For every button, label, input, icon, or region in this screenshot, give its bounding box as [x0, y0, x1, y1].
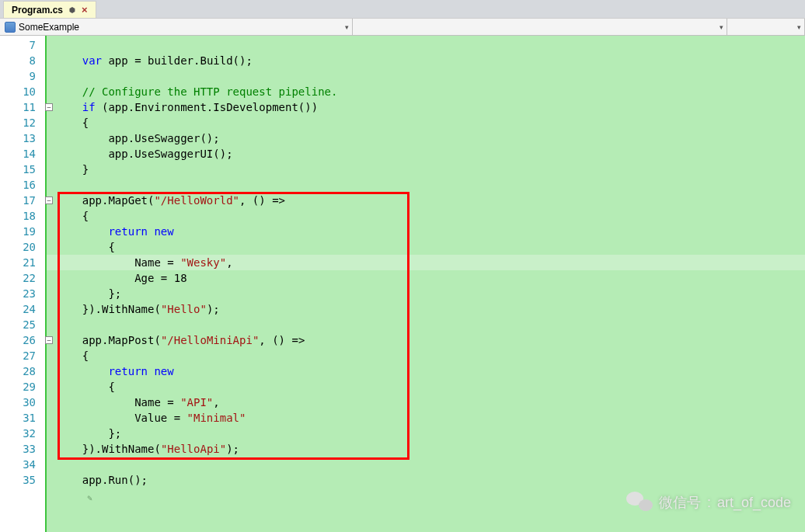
line-number: 18 — [0, 208, 36, 224]
code-line[interactable] — [47, 37, 805, 53]
breadcrumb-member[interactable]: ▾ — [353, 19, 727, 35]
code-line[interactable]: { — [47, 115, 805, 130]
code-line[interactable]: }).WithName("Hello"); — [47, 301, 805, 317]
file-tab[interactable]: Program.cs ⬢ × — [3, 1, 96, 18]
code-line[interactable]: app.UseSwagger(); — [47, 130, 805, 146]
code-line[interactable]: − if (app.Environment.IsDevelopment()) — [47, 99, 805, 115]
line-number: 34 — [0, 457, 36, 472]
tab-title: Program.cs — [12, 5, 63, 16]
code-line[interactable]: Name = "API", — [47, 395, 805, 410]
breadcrumb-extra[interactable]: ▾ — [727, 19, 805, 35]
code-line[interactable]: app.UseSwaggerUI(); — [47, 146, 805, 162]
code-area[interactable]: var app = builder.Build(); // Configure … — [47, 36, 805, 532]
code-line[interactable] — [47, 68, 805, 84]
breadcrumb-namespace-label: SomeExample — [19, 22, 79, 33]
chevron-down-icon[interactable]: ▾ — [720, 23, 723, 31]
watermark-label: 微信号 — [659, 493, 701, 512]
line-number: 10 — [0, 84, 36, 99]
watermark-handle: art_of_code — [717, 495, 791, 511]
line-number: 12 — [0, 115, 36, 130]
chevron-down-icon[interactable]: ▾ — [345, 23, 349, 31]
code-line[interactable]: − app.MapGet("/HelloWorld", () => — [47, 193, 805, 208]
code-line[interactable]: return new — [47, 363, 805, 379]
breadcrumb-namespace[interactable]: SomeExample ▾ — [0, 19, 353, 35]
code-line[interactable]: { — [47, 348, 805, 363]
code-line[interactable] — [47, 457, 805, 472]
chevron-down-icon[interactable]: ▾ — [797, 23, 801, 31]
fold-icon[interactable]: − — [45, 196, 53, 204]
fold-icon[interactable]: − — [45, 336, 53, 344]
code-editor[interactable]: 7891011121314151617181920212223242526272… — [0, 36, 805, 532]
line-number: 13 — [0, 130, 36, 146]
code-line[interactable]: // Configure the HTTP request pipeline. — [47, 84, 805, 99]
bookmark-icon: ✎ — [87, 491, 92, 506]
line-number: 30 — [0, 395, 36, 410]
code-line[interactable]: }; — [47, 426, 805, 441]
csharp-icon — [5, 22, 16, 33]
code-line[interactable]: app.Run(); — [47, 472, 805, 488]
line-number: 21 — [0, 255, 36, 270]
watermark: 微信号: art_of_code — [626, 492, 791, 513]
code-line[interactable]: return new — [47, 224, 805, 239]
code-line[interactable]: } — [47, 162, 805, 177]
line-number: 29 — [0, 379, 36, 395]
code-line[interactable]: Value = "Minimal" — [47, 410, 805, 426]
fold-icon[interactable]: − — [45, 103, 53, 111]
tab-bar: Program.cs ⬢ × — [0, 0, 805, 19]
line-number: 23 — [0, 286, 36, 301]
line-number: 7 — [0, 37, 36, 53]
line-number: 28 — [0, 363, 36, 379]
line-number: 16 — [0, 177, 36, 193]
line-number: 31 — [0, 410, 36, 426]
line-number: 20 — [0, 239, 36, 255]
code-line[interactable]: }).WithName("HelloApi"); — [47, 441, 805, 457]
code-line[interactable]: Age = 18 — [47, 270, 805, 286]
line-number: 35 — [0, 472, 36, 488]
pin-icon[interactable]: ⬢ — [69, 6, 75, 14]
code-line-current[interactable]: ✎ Name = "Wesky", — [47, 255, 805, 270]
code-line[interactable] — [47, 177, 805, 193]
line-number: 15 — [0, 162, 36, 177]
code-line[interactable]: { — [47, 239, 805, 255]
code-line[interactable] — [47, 317, 805, 332]
line-number: 11 — [0, 99, 36, 115]
line-number: 8 — [0, 53, 36, 68]
line-number: 32 — [0, 426, 36, 441]
line-number: 19 — [0, 224, 36, 239]
code-line[interactable]: { — [47, 379, 805, 395]
code-line[interactable]: − app.MapPost("/HelloMiniApi", () => — [47, 332, 805, 348]
breadcrumb-bar: SomeExample ▾ ▾ ▾ — [0, 19, 805, 36]
code-line[interactable]: { — [47, 208, 805, 224]
line-number: 22 — [0, 270, 36, 286]
line-number: 9 — [0, 68, 36, 84]
line-gutter: 7891011121314151617181920212223242526272… — [0, 36, 47, 532]
line-number: 25 — [0, 317, 36, 332]
code-line[interactable]: var app = builder.Build(); — [47, 53, 805, 68]
line-number: 24 — [0, 301, 36, 317]
wechat-icon — [626, 492, 653, 513]
line-number: 33 — [0, 441, 36, 457]
close-icon[interactable]: × — [82, 4, 88, 16]
code-line[interactable]: }; — [47, 286, 805, 301]
line-number: 26 — [0, 332, 36, 348]
line-number: 17 — [0, 193, 36, 208]
line-number: 14 — [0, 146, 36, 162]
line-number: 27 — [0, 348, 36, 363]
